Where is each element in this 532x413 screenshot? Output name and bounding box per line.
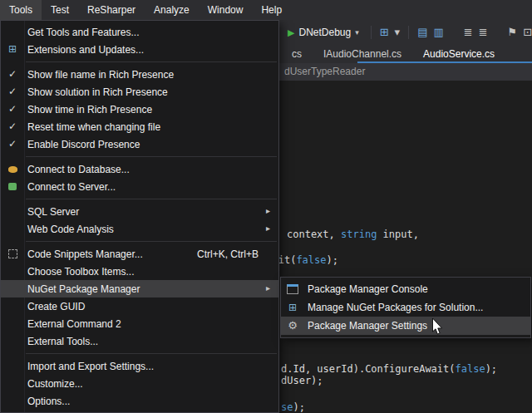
submenu-item-package-manager-settings[interactable]: ⚙ Package Manager Settings bbox=[281, 317, 530, 335]
menu-item-external-tools[interactable]: External Tools... bbox=[1, 332, 278, 350]
menu-item-show-file-name-rich-presence[interactable]: ✓ Show file name in Rich Presence bbox=[1, 66, 278, 83]
menu-item-show-time-rich-presence[interactable]: ✓ Show time in Rich Presence bbox=[1, 101, 278, 118]
menu-item-label: Options... bbox=[24, 396, 278, 407]
tools-menu: Get Tools and Features... ⊞ Extensions a… bbox=[0, 20, 279, 413]
menu-item-show-solution-rich-presence[interactable]: ✓ Show solution in Rich Presence bbox=[1, 83, 278, 101]
menu-item-label: Show time in Rich Presence bbox=[24, 104, 278, 116]
tab-audioservice[interactable]: AudioService.cs bbox=[412, 45, 505, 63]
extensions-icon: ⊞ bbox=[8, 43, 17, 55]
submenu-item-package-manager-console[interactable]: Package Manager Console bbox=[281, 280, 530, 298]
tab-iaudiochannel[interactable]: IAudioChannel.cs bbox=[313, 45, 412, 63]
submenu-arrow-icon: ▸ bbox=[266, 283, 270, 293]
menu-item-extensions-and-updates[interactable]: ⊞ Extensions and Updates... bbox=[1, 41, 278, 58]
menu-item-connect-to-server[interactable]: Connect to Server... bbox=[1, 178, 278, 195]
menu-separator bbox=[26, 156, 277, 157]
menu-item-label: Connect to Server... bbox=[24, 181, 278, 193]
member-breadcrumb[interactable]: dUserTypeReader bbox=[284, 66, 365, 77]
menu-item-label: Reset time when changing file bbox=[24, 121, 278, 133]
menu-gutter bbox=[1, 178, 24, 195]
menu-item-label: Package Manager Settings bbox=[304, 320, 530, 332]
gear-icon: ⚙ bbox=[288, 319, 298, 332]
menu-item-import-export-settings[interactable]: Import and Export Settings... bbox=[1, 357, 278, 375]
submenu-item-manage-nuget-packages[interactable]: ⊞ Manage NuGet Packages for Solution... bbox=[281, 298, 530, 317]
play-icon: ▶ bbox=[288, 27, 294, 38]
menubar-item-help[interactable]: Help bbox=[252, 0, 291, 20]
menu-item-choose-toolbox-items[interactable]: Choose Toolbox Items... bbox=[1, 263, 278, 280]
menu-item-connect-to-database[interactable]: Connect to Database... bbox=[1, 160, 278, 178]
menu-gutter: ⊞ bbox=[281, 299, 304, 317]
outdent-icon[interactable]: ≣ bbox=[464, 23, 473, 42]
menu-gutter: ✓ bbox=[1, 118, 24, 135]
menu-gutter bbox=[1, 245, 24, 263]
menu-item-label: Web Code Analysis bbox=[24, 224, 278, 235]
code-line: se); bbox=[281, 401, 305, 413]
debug-target-label: DNetDebug bbox=[298, 27, 351, 38]
menu-item-code-snippets-manager[interactable]: Code Snippets Manager... Ctrl+K, Ctrl+B bbox=[1, 245, 278, 263]
submenu-arrow-icon: ▸ bbox=[266, 206, 270, 215]
menu-item-label: Code Snippets Manager... bbox=[24, 248, 197, 260]
check-icon: ✓ bbox=[8, 86, 17, 97]
menu-separator bbox=[26, 61, 277, 62]
console-icon bbox=[287, 284, 298, 294]
check-icon: ✓ bbox=[8, 120, 17, 132]
menu-item-label: Get Tools and Features... bbox=[24, 27, 278, 38]
nuget-package-manager-submenu: Package Manager Console ⊞ Manage NuGet P… bbox=[280, 277, 531, 338]
menu-separator bbox=[26, 199, 277, 199]
menubar-item-window[interactable]: Window bbox=[199, 0, 253, 20]
menu-item-label: Customize... bbox=[24, 378, 278, 390]
menu-item-label: External Command 2 bbox=[24, 318, 278, 330]
pages-icon[interactable]: ▥ bbox=[433, 23, 443, 42]
menubar-item-analyze[interactable]: Analyze bbox=[145, 0, 199, 20]
menu-item-nuget-package-manager[interactable]: NuGet Package Manager ▸ bbox=[1, 280, 278, 297]
menu-gutter: ⚙ bbox=[281, 317, 304, 335]
menu-item-label: SQL Server bbox=[24, 206, 278, 218]
menu-gutter bbox=[281, 281, 304, 298]
menu-item-get-tools-and-features[interactable]: Get Tools and Features... bbox=[1, 23, 278, 41]
menu-item-label: NuGet Package Manager bbox=[24, 283, 278, 295]
page-icon[interactable]: ▤ bbox=[417, 23, 427, 42]
menu-item-create-guid[interactable]: Create GUID bbox=[1, 297, 278, 315]
menu-gutter: ✓ bbox=[1, 101, 24, 118]
snippets-icon bbox=[8, 249, 17, 258]
tab-partial[interactable]: cs bbox=[281, 45, 313, 63]
menu-item-web-code-analysis[interactable]: Web Code Analysis ▸ bbox=[1, 220, 278, 238]
menubar-item-tools[interactable]: Tools bbox=[0, 0, 42, 20]
menu-item-label: Choose Toolbox Items... bbox=[24, 266, 278, 278]
menu-item-reset-time-when-changing-file[interactable]: ✓ Reset time when changing file bbox=[1, 118, 278, 135]
menu-item-label: Create GUID bbox=[24, 301, 278, 312]
check-icon: ✓ bbox=[8, 68, 17, 80]
menu-item-label: External Tools... bbox=[24, 336, 278, 347]
menu-item-options[interactable]: Options... bbox=[1, 392, 278, 410]
toolbar-separator bbox=[408, 26, 409, 39]
comment-icon[interactable]: ⊡ bbox=[523, 23, 532, 42]
menubar-item-test[interactable]: Test bbox=[42, 0, 78, 20]
menu-item-label: Show file name in Rich Presence bbox=[24, 69, 278, 81]
menu-item-sql-server[interactable]: SQL Server ▸ bbox=[1, 203, 278, 220]
submenu-arrow-icon: ▸ bbox=[266, 224, 270, 233]
menu-item-label: Show solution in Rich Presence bbox=[24, 86, 278, 98]
grid-icon[interactable]: ⊞ bbox=[380, 23, 389, 42]
menu-item-label: Extensions and Updates... bbox=[24, 44, 278, 56]
chevron-down-icon: ▾ bbox=[355, 28, 359, 37]
menu-item-label: Import and Export Settings... bbox=[24, 361, 278, 372]
mouse-cursor bbox=[431, 318, 443, 339]
chevron-down-icon[interactable]: ▾ bbox=[395, 23, 401, 42]
indent-icon[interactable]: ≣ bbox=[479, 23, 488, 42]
toolbar-separator bbox=[371, 26, 372, 39]
menu-bar: Tools Test ReSharper Analyze Window Help bbox=[0, 0, 532, 20]
menu-item-customize[interactable]: Customize... bbox=[1, 375, 278, 392]
bookmark-icon[interactable]: ⚑ bbox=[508, 23, 518, 42]
server-icon bbox=[8, 183, 17, 190]
start-debug-button[interactable]: ▶ DNetDebug ▾ bbox=[284, 25, 362, 40]
menu-item-label: Enable Discord Presence bbox=[24, 139, 278, 150]
database-icon bbox=[8, 166, 17, 173]
code-line: d.Id, userId).ConfigureAwait(false); bbox=[281, 363, 497, 375]
menu-gutter bbox=[1, 160, 24, 178]
menu-item-enable-discord-presence[interactable]: ✓ Enable Discord Presence bbox=[1, 135, 278, 153]
menu-item-external-command-2[interactable]: External Command 2 bbox=[1, 315, 278, 332]
menu-item-label: Connect to Database... bbox=[24, 164, 278, 175]
menubar-item-resharper[interactable]: ReSharper bbox=[78, 0, 145, 20]
menu-separator bbox=[26, 353, 277, 354]
menu-gutter: ⊞ bbox=[1, 41, 24, 58]
check-icon: ✓ bbox=[8, 138, 17, 150]
